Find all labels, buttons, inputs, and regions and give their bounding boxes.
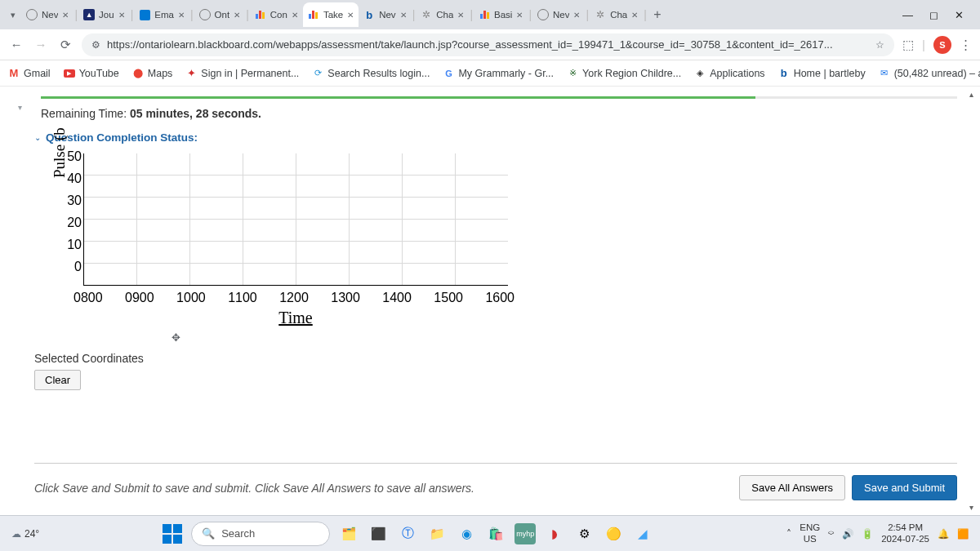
browser-tab[interactable]: Ont✕	[194, 2, 246, 27]
taskbar-app-icon[interactable]: myhp	[514, 523, 536, 544]
menu-kebab-icon[interactable]: ⋮	[960, 38, 972, 52]
tree-icon: ※	[567, 68, 578, 79]
extensions-icon[interactable]: ⬚	[902, 38, 914, 52]
wifi-icon[interactable]: ⌔	[828, 529, 834, 539]
notifications-icon[interactable]: 🔔	[938, 528, 949, 540]
tab-list-dropdown-icon[interactable]: ▾	[5, 10, 21, 20]
battery-icon[interactable]: 🔋	[862, 528, 873, 540]
browser-tab[interactable]: ✲Cha✕	[416, 2, 469, 27]
window-minimize-icon[interactable]: —	[902, 9, 913, 21]
weather-temp: 24°	[24, 528, 39, 540]
y-tick: 0	[64, 260, 82, 282]
question-completion-toggle[interactable]: ⌄ Question Completion Status:	[34, 131, 957, 144]
browser-tab[interactable]: ▲Jou✕	[78, 2, 130, 27]
favicon-bars-icon	[479, 9, 490, 20]
tab-close-icon[interactable]: ✕	[118, 11, 125, 20]
forward-button[interactable]: →	[33, 38, 49, 51]
browser-tab[interactable]: Basi✕	[474, 2, 528, 27]
bookmark-bartleby[interactable]: bHome | bartleby	[778, 68, 866, 79]
clock-time: 2:54 PM	[888, 522, 923, 533]
copilot-icon[interactable]: 🟧	[957, 528, 969, 540]
taskbar-app-icon[interactable]: 🗂️	[338, 523, 359, 544]
tab-close-icon[interactable]: ✕	[573, 11, 580, 20]
selected-coordinates-label: Selected Coordinates	[34, 352, 957, 365]
language-indicator[interactable]: ENG US	[800, 522, 820, 544]
clock[interactable]: 2:54 PM 2024-07-25	[881, 522, 929, 544]
save-and-submit-button[interactable]: Save and Submit	[852, 475, 957, 500]
taskbar-edge-icon[interactable]: ◉	[456, 523, 477, 544]
window-maximize-icon[interactable]: ◻	[929, 9, 938, 21]
x-tick: 0800	[74, 291, 103, 305]
tab-close-icon[interactable]: ✕	[292, 11, 298, 20]
system-tray: ˄ ENG US ⌔ 🔊 🔋 2:54 PM 2024-07-25 🔔 🟧	[786, 522, 969, 544]
taskbar-app-icon[interactable]: ⬛	[368, 523, 389, 544]
tab-close-icon[interactable]: ✕	[457, 11, 464, 20]
bookmark-permanent[interactable]: ✦Sign in | Permanent...	[185, 68, 299, 79]
chart-plot-area[interactable]	[83, 153, 508, 286]
taskbar-app-icon[interactable]: ◗	[544, 523, 565, 544]
bookmark-gmail[interactable]: MGmail	[8, 68, 51, 79]
taskbar-chrome-icon[interactable]: 🟡	[603, 523, 624, 544]
clear-button[interactable]: Clear	[34, 370, 81, 390]
favicon-bars-icon	[308, 9, 319, 20]
tab-close-icon[interactable]: ✕	[631, 11, 638, 20]
taskbar-store-icon[interactable]: 🛍️	[485, 523, 506, 544]
tab-title: Cha	[610, 10, 627, 20]
window-close-icon[interactable]: ✕	[955, 9, 964, 21]
x-axis-label: Time	[83, 309, 508, 327]
bookmarks-bar: MGmail ▶YouTube ⬤Maps ✦Sign in | Permane…	[0, 60, 980, 87]
taskbar-app-icon[interactable]: 📁	[426, 523, 448, 544]
reload-button[interactable]: ⟳	[57, 38, 74, 52]
browser-tab[interactable]: bNev✕	[359, 2, 411, 27]
tab-close-icon[interactable]: ✕	[516, 11, 523, 20]
browser-tab[interactable]: Ema✕	[134, 2, 189, 27]
tab-close-icon[interactable]: ✕	[347, 11, 354, 20]
site-settings-icon[interactable]: ⚙	[91, 39, 100, 51]
y-tick: 20	[64, 216, 82, 238]
collapse-handle-icon[interactable]: ▾	[18, 103, 22, 112]
browser-tab[interactable]: Con✕	[250, 2, 303, 27]
taskbar-settings-icon[interactable]: ⚙	[573, 523, 595, 544]
address-bar[interactable]: ⚙ https://ontariolearn.blackboard.com/we…	[82, 33, 894, 56]
x-axis-ticks: 0800 0900 1000 1100 1200 1300 1400 1500 …	[74, 291, 514, 305]
browser-tab-strip: ▾ Nev✕ | ▲Jou✕ | Ema✕ | Ont✕ | Con✕ Take…	[0, 0, 980, 29]
profile-avatar[interactable]: S	[933, 36, 951, 54]
bookmark-star-icon[interactable]: ☆	[875, 39, 884, 51]
volume-icon[interactable]: 🔊	[842, 528, 853, 540]
new-tab-button[interactable]: +	[648, 7, 667, 22]
start-button[interactable]	[162, 523, 183, 544]
tab-separator: |	[246, 8, 249, 21]
tab-separator: |	[131, 8, 134, 21]
bookmark-grammarly[interactable]: GMy Grammarly - Gr...	[443, 68, 554, 79]
y-axis-ticks: 50 40 30 20 10 0	[64, 149, 82, 282]
bookmark-mail-unread[interactable]: ✉(50,482 unread) – a...	[879, 68, 980, 79]
back-button[interactable]: ←	[8, 38, 24, 51]
weather-widget[interactable]: ☁ 24°	[11, 528, 39, 540]
taskbar-search[interactable]: 🔍 Search	[191, 522, 330, 546]
bookmark-applications[interactable]: ◈Applications	[694, 68, 764, 79]
browser-tab[interactable]: Nev✕	[532, 2, 585, 27]
tab-close-icon[interactable]: ✕	[234, 11, 240, 20]
tab-close-icon[interactable]: ✕	[400, 11, 407, 20]
pulse-time-chart[interactable]: Pulse (b 50 40 30 20 10 0 0800 0900 1000…	[83, 153, 524, 327]
taskbar-app-icon[interactable]: ◢	[632, 523, 653, 544]
tray-chevron-up-icon[interactable]: ˄	[786, 528, 791, 540]
loop-icon: ⟳	[312, 68, 323, 79]
browser-tab-active[interactable]: Take✕	[303, 2, 359, 27]
timer-value: 05 minutes, 28 seconds.	[130, 107, 261, 120]
favicon-bartleby-icon: b	[363, 9, 375, 20]
browser-tab[interactable]: Nev✕	[21, 2, 74, 27]
tab-close-icon[interactable]: ✕	[62, 11, 69, 20]
y-tick: 30	[64, 193, 82, 216]
tab-close-icon[interactable]: ✕	[178, 11, 185, 20]
bookmark-youtube[interactable]: ▶YouTube	[64, 68, 119, 79]
browser-tab[interactable]: ✲Cha✕	[590, 2, 643, 27]
bookmark-york-region[interactable]: ※York Region Childre...	[567, 68, 681, 79]
save-all-answers-button[interactable]: Save All Answers	[739, 475, 845, 500]
submission-footer: Click Save and Submit to save and submit…	[34, 463, 957, 515]
bookmark-search-results[interactable]: ⟳Search Results login...	[312, 68, 430, 79]
x-tick: 1100	[228, 291, 257, 305]
bookmark-maps[interactable]: ⬤Maps	[132, 68, 173, 79]
lang-top: ENG	[800, 522, 820, 533]
taskbar-app-icon[interactable]: Ⓣ	[397, 523, 418, 544]
